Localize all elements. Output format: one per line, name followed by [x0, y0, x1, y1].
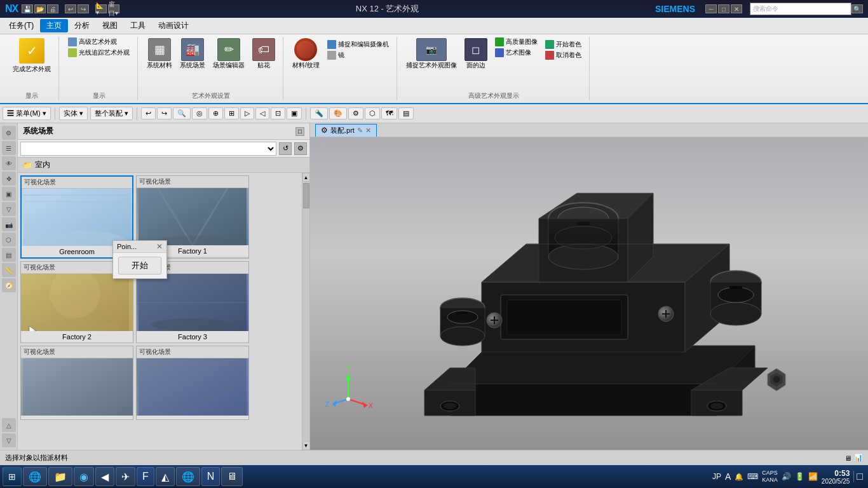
face-edge-btn[interactable]: ◻ 面的边: [462, 37, 490, 71]
cancel-shading-btn[interactable]: 取消着色: [543, 50, 584, 60]
menu-view[interactable]: 视图: [96, 19, 124, 32]
menu-task[interactable]: 任务(T): [3, 19, 40, 32]
scroll-down-btn[interactable]: ▼: [302, 441, 310, 450]
sidebar-icon-camera[interactable]: 📷: [2, 217, 16, 231]
window-btn[interactable]: 窗口▾: [108, 4, 119, 13]
view-btn-6[interactable]: ▤: [398, 107, 414, 119]
svg-point-60: [773, 376, 780, 383]
viewport[interactable]: ⚙ 装配.prt ✎ ✕: [310, 123, 868, 450]
view-btn-2[interactable]: 🎨: [329, 107, 347, 119]
title-bar-right: SIEMENS ─ □ ✕ 搜索命令 🔍: [655, 3, 863, 15]
scene-refresh-btn[interactable]: ↺: [279, 142, 292, 155]
tb-btn-3[interactable]: 🔍: [173, 107, 191, 119]
menu-analyze[interactable]: 分析: [68, 19, 96, 32]
minimize-btn[interactable]: ─: [705, 4, 717, 13]
tb-btn-9[interactable]: ⊡: [271, 107, 285, 119]
material-texture-btn[interactable]: 材料/纹理: [290, 37, 322, 71]
sidebar-icon-measure[interactable]: 📏: [2, 263, 16, 277]
system-material-btn[interactable]: ▦ 系统材料: [144, 37, 175, 71]
scene-card-extra1[interactable]: 可视化场景 SCENE: [20, 346, 133, 420]
tooltip-start-btn[interactable]: 开始: [118, 257, 161, 274]
tb-btn-7[interactable]: ▷: [240, 107, 254, 119]
tab-edit-icon[interactable]: ✎: [357, 126, 363, 135]
scene-category: 📁 室内: [18, 158, 309, 173]
sidebar-icon-group[interactable]: ▤: [2, 248, 16, 262]
art-image-btn[interactable]: 艺术图像: [492, 48, 540, 58]
nx-taskbar-btn[interactable]: N: [201, 467, 220, 486]
tab-close-btn[interactable]: ✕: [365, 126, 371, 135]
start-shading-btn[interactable]: 开始着色: [543, 39, 584, 50]
quick-print-btn[interactable]: 🖨: [47, 4, 58, 13]
explorer-btn[interactable]: 📁: [48, 467, 72, 486]
app8-btn[interactable]: 🌐: [176, 467, 200, 486]
nx-logo: NX: [5, 3, 18, 15]
sidebar-icon-eye[interactable]: 👁: [2, 156, 16, 170]
mode-select[interactable]: 实体 ▾: [59, 107, 88, 120]
tb-btn-2[interactable]: ↪: [157, 107, 172, 119]
app4-btn[interactable]: ◀: [95, 467, 114, 486]
tooltip-close-btn[interactable]: ✕: [156, 242, 163, 251]
view-btn-3[interactable]: ⚙: [348, 107, 363, 119]
ribbon-group-complete: ✓ 完成艺术外观 显示: [5, 37, 59, 100]
system-scene-btn[interactable]: 🏭 系统场景: [177, 37, 208, 71]
tb-btn-8[interactable]: ◁: [255, 107, 269, 119]
close-btn[interactable]: ✕: [731, 4, 742, 13]
scene-dropdown[interactable]: [20, 142, 276, 156]
undo-btn[interactable]: ↩: [65, 4, 76, 13]
sidebar-icon-filter[interactable]: ▽: [2, 202, 16, 216]
start-btn[interactable]: ⊞: [3, 467, 22, 486]
view-dropdown-btn[interactable]: 📐▾: [95, 4, 107, 13]
decal-btn[interactable]: 🏷 贴花: [250, 37, 278, 71]
sidebar-icon-part[interactable]: ⬡: [2, 233, 16, 247]
app5-btn[interactable]: ✈: [116, 467, 135, 486]
sidebar-icon-nav[interactable]: 🧭: [2, 278, 16, 292]
tb-btn-4[interactable]: ◎: [192, 107, 207, 119]
search-btn[interactable]: 🔍: [851, 4, 863, 13]
scene-card-extra2[interactable]: 可视化场景 SCENE: [136, 346, 249, 420]
sidebar-icon-layers[interactable]: ☰: [2, 141, 16, 155]
menu-home[interactable]: 主页: [40, 19, 68, 32]
tb-btn-6[interactable]: ⊞: [224, 107, 239, 119]
app6-btn[interactable]: F: [137, 467, 154, 486]
sidebar-icon-down[interactable]: ▽: [2, 433, 16, 447]
menu-tools[interactable]: 工具: [124, 19, 152, 32]
svg-marker-71: [332, 400, 337, 407]
high-quality-btn[interactable]: 高质量图像: [492, 37, 540, 47]
view-btn-1[interactable]: 🔦: [310, 107, 328, 119]
menu-dropdown-btn[interactable]: ☰ 菜单(M) ▾: [3, 107, 51, 120]
tab-label: 装配.prt: [330, 126, 355, 135]
mirror-btn[interactable]: 镜: [325, 50, 391, 60]
app10-btn[interactable]: 🖥: [221, 467, 243, 486]
raytracing-art-btn[interactable]: 光线追踪艺术外观: [65, 48, 132, 58]
viewport-tab-item[interactable]: ⚙ 装配.prt ✎ ✕: [315, 124, 377, 137]
sidebar-icon-up[interactable]: △: [2, 418, 16, 432]
scene-editor-btn[interactable]: ✏ 场景编辑器: [210, 37, 247, 71]
scroll-thumb[interactable]: [303, 183, 309, 208]
tb-btn-10[interactable]: ▣: [287, 107, 302, 119]
redo-btn[interactable]: ↪: [78, 4, 89, 13]
show-desktop-btn[interactable]: □: [853, 471, 865, 482]
maximize-btn[interactable]: □: [718, 4, 729, 13]
capture-camera-btn[interactable]: 捕捉和编辑摄像机: [325, 39, 391, 50]
chrome-btn[interactable]: ◉: [74, 467, 94, 486]
app7-btn[interactable]: ◭: [156, 467, 175, 486]
scene-config-btn[interactable]: ⚙: [294, 142, 307, 155]
ie-btn[interactable]: 🌐: [23, 467, 47, 486]
capture-art-btn[interactable]: 📷 捕捉艺术外观图像: [403, 37, 459, 71]
sidebar-icon-select[interactable]: ▣: [2, 187, 16, 201]
quick-save-btn[interactable]: 💾: [22, 4, 33, 13]
ribbon: ✓ 完成艺术外观 显示 高级艺术外观 光线追踪艺术外观 显示: [0, 34, 868, 104]
sidebar-icon-move[interactable]: ✥: [2, 172, 16, 186]
menu-animation[interactable]: 动画设计: [152, 19, 195, 32]
assembly-select[interactable]: 整个装配 ▾: [90, 107, 133, 120]
sidebar-icon-settings[interactable]: ⚙: [2, 126, 16, 140]
panel-maximize-btn[interactable]: □: [295, 127, 304, 136]
view-btn-4[interactable]: ⬡: [365, 107, 380, 119]
advanced-art-btn[interactable]: 高级艺术外观: [65, 37, 132, 47]
complete-art-btn[interactable]: ✓ 完成艺术外观: [10, 37, 53, 75]
scroll-up-btn[interactable]: ▲: [302, 173, 310, 182]
tb-btn-1[interactable]: ↩: [141, 107, 156, 119]
view-btn-5[interactable]: 🗺: [381, 107, 397, 119]
tb-btn-5[interactable]: ⊕: [208, 107, 223, 119]
quick-open-btn[interactable]: 📂: [34, 4, 46, 13]
